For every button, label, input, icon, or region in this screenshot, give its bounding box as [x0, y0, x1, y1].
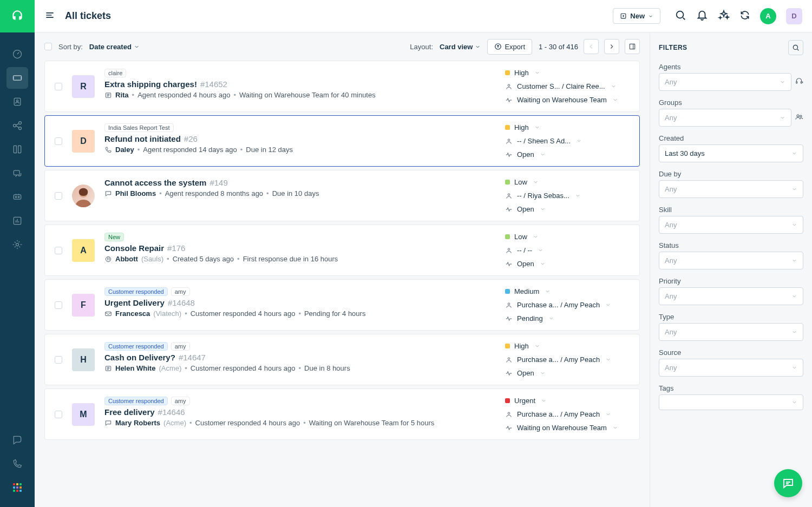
ticket-contact[interactable]: Daley	[115, 146, 134, 154]
priority-dot	[505, 234, 510, 239]
ticket-card[interactable]: ANewConsole Repair #176Abbott(Sauls)•Cre…	[44, 225, 640, 276]
ticket-card[interactable]: MCustomer respondedamyFree delivery #146…	[44, 389, 640, 440]
ticket-tag: amy	[171, 342, 190, 351]
assignee-dropdown[interactable]: -- / Sheen S Ad...	[505, 137, 630, 145]
filter-select[interactable]: Any	[659, 180, 803, 198]
ticket-contact[interactable]: Helen White	[115, 364, 155, 372]
me-agent-icon[interactable]	[795, 77, 803, 88]
nav-freshcaller[interactable]	[6, 453, 28, 475]
ticket-card[interactable]: FCustomer respondedamyUrgent Delivery #1…	[44, 279, 640, 331]
app-logo[interactable]	[0, 0, 35, 32]
nav-tickets[interactable]	[6, 67, 28, 89]
ticket-contact[interactable]: Abbott	[115, 255, 138, 263]
new-button[interactable]: New	[613, 8, 660, 24]
nav-dashboard[interactable]	[6, 43, 28, 65]
ticket-subject[interactable]: Urgent Delivery	[104, 298, 165, 307]
refresh-icon[interactable]	[739, 10, 750, 23]
select-all-checkbox[interactable]	[44, 43, 52, 50]
nav-settings[interactable]	[6, 234, 28, 255]
assignee-dropdown[interactable]: Customer S... / Claire Ree...	[505, 82, 630, 90]
filter-select[interactable]	[659, 394, 803, 410]
ticket-card[interactable]: Cannot access the system #149Phil Blooms…	[44, 170, 640, 221]
priority-dropdown[interactable]: Low	[505, 178, 630, 186]
nav-analytics[interactable]	[6, 210, 28, 232]
svg-point-23	[508, 248, 510, 250]
ticket-card[interactable]: RclaireExtra shipping charges! #14652Rit…	[44, 61, 640, 112]
layout-dropdown[interactable]: Card view	[440, 43, 481, 51]
filter-select[interactable]: Any	[659, 287, 803, 305]
filter-group: CreatedLast 30 days	[659, 134, 803, 162]
priority-dropdown[interactable]: High	[505, 123, 630, 131]
ticket-subject[interactable]: Cannot access the system	[104, 178, 206, 187]
assignee-dropdown[interactable]: Purchase a... / Amy Peach	[505, 301, 630, 309]
filter-select[interactable]: Any	[659, 109, 791, 127]
ticket-card[interactable]: DIndia Sales Report TestRefund not initi…	[44, 115, 640, 167]
ticket-subject[interactable]: Extra shipping charges!	[104, 80, 197, 89]
ticket-checkbox[interactable]	[55, 83, 62, 90]
filter-select[interactable]: Any	[659, 323, 803, 341]
ticket-avatar: M	[72, 403, 95, 426]
nav-app-switcher[interactable]	[6, 477, 28, 498]
status-dropdown[interactable]: Waiting on Warehouse Team	[505, 96, 630, 104]
nav-solutions[interactable]	[6, 139, 28, 160]
nav-social[interactable]	[6, 115, 28, 136]
nav-automation[interactable]	[6, 186, 28, 208]
assignee-dropdown[interactable]: -- / Riya Sebas...	[505, 192, 630, 200]
export-button[interactable]: Export	[487, 39, 532, 55]
status-dropdown[interactable]: Open	[505, 205, 630, 213]
ticket-subject[interactable]: Refund not initiated	[104, 134, 181, 143]
nav-rail	[0, 0, 35, 507]
sparkle-icon[interactable]	[718, 9, 730, 23]
status-dropdown[interactable]: Pending	[505, 314, 630, 322]
ticket-contact[interactable]: Phil Blooms	[115, 189, 156, 197]
status-dropdown[interactable]: Waiting on Warehouse Team	[505, 424, 630, 432]
ticket-checkbox[interactable]	[55, 301, 62, 309]
status-dropdown[interactable]: Open	[505, 150, 630, 159]
assignee-dropdown[interactable]: -- / --	[505, 246, 630, 254]
ticket-checkbox[interactable]	[55, 192, 62, 200]
ticket-contact[interactable]: Rita	[115, 91, 129, 99]
ticket-subject[interactable]: Cash on Delivery?	[104, 353, 175, 362]
profile-avatar[interactable]: D	[786, 8, 802, 24]
filter-select[interactable]: Any	[659, 252, 803, 269]
ticket-subject[interactable]: Free delivery	[104, 407, 155, 417]
ticket-checkbox[interactable]	[55, 137, 62, 145]
next-page[interactable]	[604, 39, 619, 54]
nav-contacts[interactable]	[6, 91, 28, 113]
search-icon[interactable]	[675, 9, 686, 23]
ticket-checkbox[interactable]	[55, 411, 62, 418]
filter-select[interactable]: Any	[659, 216, 803, 234]
menu-icon[interactable]	[44, 10, 55, 23]
status-dropdown[interactable]: Open	[505, 260, 630, 268]
assignee-dropdown[interactable]: Purchase a... / Amy Peach	[505, 355, 630, 364]
sort-dropdown[interactable]: Date created	[89, 43, 140, 51]
status-dropdown[interactable]: Open	[505, 369, 630, 377]
bell-icon[interactable]	[696, 9, 708, 23]
priority-dropdown[interactable]: Urgent	[505, 397, 630, 405]
ticket-subject[interactable]: Console Repair	[104, 243, 164, 253]
toggle-filters[interactable]	[625, 39, 640, 54]
filter-select[interactable]: Any	[659, 73, 791, 91]
nav-freshchat[interactable]	[6, 429, 28, 451]
priority-dropdown[interactable]: Medium	[505, 287, 630, 295]
ticket-checkbox[interactable]	[55, 247, 62, 254]
ticket-right: Low-- / Riya Sebas...Open	[505, 178, 630, 213]
ticket-body: India Sales Report TestRefund not initia…	[104, 123, 495, 159]
filter-select[interactable]: Any	[659, 359, 803, 377]
assignee-dropdown[interactable]: Purchase a... / Amy Peach	[505, 410, 630, 418]
nav-forums[interactable]	[6, 162, 28, 184]
priority-dropdown[interactable]: High	[505, 69, 630, 77]
filter-select[interactable]: Last 30 days	[659, 144, 803, 162]
ticket-card[interactable]: HCustomer respondedamyCash on Delivery? …	[44, 334, 640, 385]
ticket-contact[interactable]: Mary Roberts	[115, 419, 160, 427]
priority-dropdown[interactable]: High	[505, 342, 630, 350]
ticket-avatar: A	[72, 239, 95, 262]
svg-rect-31	[801, 81, 802, 83]
filter-search-icon[interactable]	[788, 40, 803, 55]
agent-avatar[interactable]: A	[760, 8, 776, 24]
ticket-checkbox[interactable]	[55, 356, 62, 364]
my-groups-icon[interactable]	[795, 113, 803, 123]
chat-fab[interactable]	[774, 469, 802, 497]
ticket-contact[interactable]: Francesca	[115, 310, 150, 318]
priority-dropdown[interactable]: Low	[505, 233, 630, 241]
